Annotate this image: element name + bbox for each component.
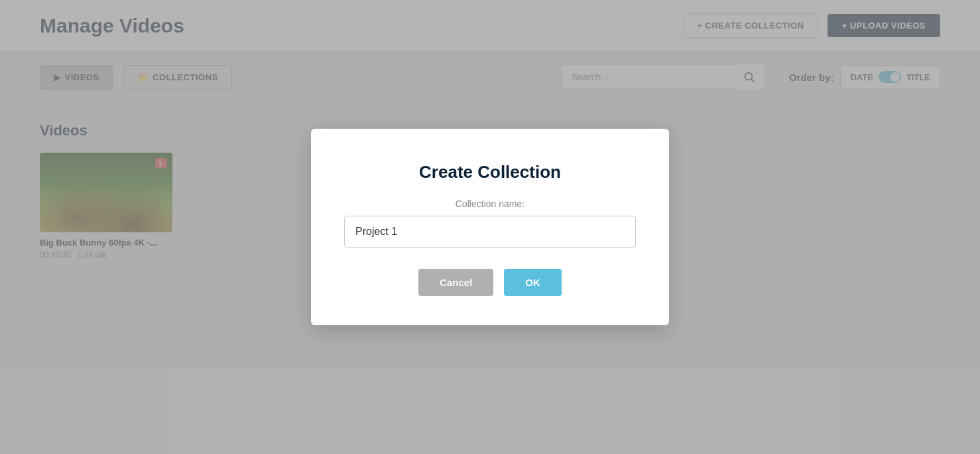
modal-title: Create Collection	[419, 162, 561, 183]
ok-button[interactable]: OK	[504, 269, 562, 296]
modal-field: Collection name:	[344, 198, 636, 248]
modal-actions: Cancel OK	[418, 269, 562, 296]
modal-overlay: Create Collection Collection name: Cance…	[0, 0, 980, 454]
cancel-button[interactable]: Cancel	[418, 269, 493, 296]
collection-name-input[interactable]	[344, 216, 636, 248]
modal-label: Collection name:	[456, 198, 524, 209]
create-collection-modal: Create Collection Collection name: Cance…	[311, 129, 669, 325]
